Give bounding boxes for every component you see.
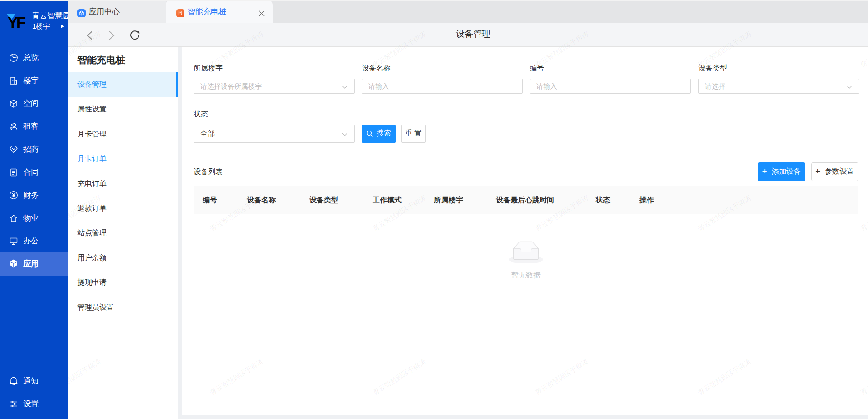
svg-text:YF: YF [8,14,25,28]
